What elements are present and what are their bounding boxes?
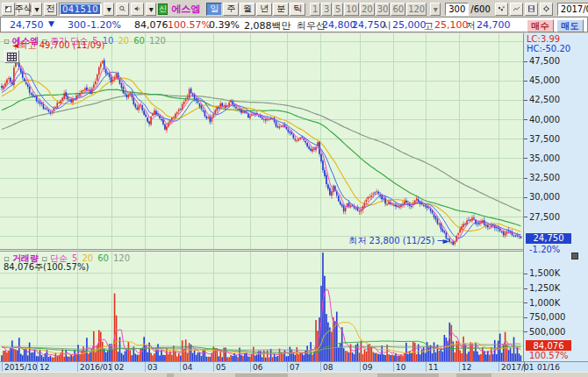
trendline-icon [513, 5, 520, 13]
code-dropdown-icon[interactable]: ▾ [104, 3, 114, 16]
window-icon[interactable] [2, 3, 15, 16]
dots-icon [498, 5, 505, 13]
continuous-query-button[interactable] [495, 3, 508, 16]
minute-button-120[interactable]: 120 [406, 3, 427, 16]
trendline-tool-button[interactable] [510, 3, 523, 16]
settings-button[interactable] [540, 3, 553, 16]
prev-label: 전 [47, 3, 55, 15]
price-tick-30000: 30,000 [524, 192, 560, 202]
period-button-주[interactable]: 주 [223, 3, 239, 16]
price-tick-42500: 42,500 [524, 95, 560, 104]
legend-marker-icon: ▫ [4, 36, 12, 46]
new-listing-badge: 신 [158, 4, 168, 15]
asset-type-label: 주식 [15, 3, 32, 15]
search-button[interactable] [116, 3, 129, 16]
high-label: 고 [424, 19, 434, 32]
minute-button-3[interactable]: 3 [321, 3, 332, 16]
volume-tick-750000: 750,000 [524, 312, 565, 322]
stock-code-input[interactable]: 041510 [59, 3, 102, 16]
minute-button-5[interactable]: 5 [333, 3, 343, 16]
quote-info-bar: 24,750 ▼ 300 -1.20% 84,076 100.57% 0.39%… [0, 17, 588, 32]
hc-value: HC:-50.20 [527, 44, 570, 53]
price-tick-32500: 32,500 [524, 173, 560, 182]
annotation-lowest: 최저 23,800 (11/25) ─► [302, 235, 449, 247]
volume-tick-1250000: 1,250K [524, 283, 560, 293]
period-button-년[interactable]: 년 [256, 3, 272, 16]
turnover-pct: 0.39% [209, 19, 240, 31]
current-price-pct: -1.20% [529, 245, 560, 254]
asset-type-select[interactable]: 주식 [17, 3, 30, 16]
volume-tick-1000000: 1,000K [524, 298, 560, 308]
minute-button-30[interactable]: 30 [376, 3, 391, 16]
volume-ratio: 100.57% [168, 19, 211, 31]
sell-button[interactable]: 매도 [556, 19, 584, 32]
stock-name: 에스엠 [169, 3, 202, 16]
chart-date-value: 2017/01/16 [561, 4, 588, 14]
open-label: 시 [382, 19, 391, 32]
asset-type-dropdown-icon[interactable]: ▾ [32, 3, 42, 16]
current-volume-tag: 84,076 [526, 340, 571, 351]
period-button-틱[interactable]: 틱 [290, 3, 305, 16]
minute-button-20[interactable]: 20 [360, 3, 375, 16]
minute-button-1[interactable]: 1 [310, 3, 320, 16]
chart-date-input[interactable]: 2017/01/16 [557, 3, 588, 16]
price-tick-45000: 45,000 [524, 75, 560, 85]
price-change-pct: -1.20% [87, 19, 121, 31]
prev-stock-button[interactable]: 전 [44, 3, 57, 16]
period-button-일[interactable]: 일 [206, 3, 222, 16]
stock-code-value: 041510 [61, 4, 100, 14]
sound-dropdown-icon[interactable]: ▾ [146, 3, 156, 16]
legend-ma-60: 60 [97, 253, 109, 263]
legend-ma-120: 120 [149, 36, 166, 46]
minute-button-60[interactable]: 60 [391, 3, 405, 16]
volume-tick-1500000: 1,500K [524, 268, 560, 278]
volume-summary: 84,076주(100.57%) [4, 261, 89, 274]
volume-tick-500000: 500,000 [524, 327, 565, 337]
open-price: 25,000 [392, 19, 427, 31]
trade-amount: 2,088백만 [244, 19, 291, 32]
period-button-월[interactable]: 월 [240, 3, 255, 16]
sound-button[interactable] [131, 3, 144, 16]
save-icon [528, 4, 534, 13]
bar-count-input[interactable]: 300 [445, 3, 469, 16]
price-tick-40000: 40,000 [524, 115, 560, 124]
minute-button-10[interactable]: 10 [344, 3, 359, 16]
minute-button-group: 13510203060120 [310, 3, 427, 16]
price-tick-27500: 27,500 [524, 212, 560, 222]
chart-window: 주식 ▾ 전 041510 ▾ ▾ 신 에스엠 일주월년분틱 135102030… [0, 0, 588, 377]
period-button-분[interactable]: 분 [273, 3, 289, 16]
price-chart[interactable] [0, 33, 523, 249]
legend-ma-120: 120 [113, 253, 130, 263]
price-tick-35000: 35,000 [524, 153, 560, 163]
minute-dropdown-icon: ▾ [430, 3, 441, 16]
best-bid: 24,750 [352, 19, 386, 31]
low-price: 24,700 [477, 19, 511, 31]
legend-ma-60: 60 [133, 36, 145, 46]
period-button-group: 일주월년분틱 [206, 3, 305, 16]
speaker-icon [134, 4, 140, 13]
top-toolbar: 주식 ▾ 전 041510 ▾ ▾ 신 에스엠 일주월년분틱 135102030… [0, 0, 588, 17]
bar-count-value: 300 [448, 4, 465, 14]
down-arrow-icon: ▼ [48, 19, 54, 28]
annotation-highest: ◄최고 49,700 (11/09) [12, 39, 105, 52]
bottom-toolbar-fragment [377, 373, 439, 377]
lc-value: LC:3.99 [527, 34, 560, 44]
best-ask: 24,800 [322, 19, 356, 31]
current-volume-pct: 100.57% [529, 351, 569, 360]
save-button[interactable] [525, 3, 538, 16]
bar-count-total: /600 [470, 4, 490, 14]
price-change: 300 [68, 19, 86, 31]
bottom-toolbar-fragment [167, 373, 174, 377]
chart-region: ▫ 에스엠 ▫ 종가 단순5102060120 ◄최고 49,700 (11/0… [0, 33, 588, 361]
grid-icon [7, 53, 17, 61]
volume-value: 84,076 [134, 19, 169, 31]
bottom-toolbar-fragment [456, 373, 491, 377]
date-axis[interactable]: 01/16 2015/10122016/01020304050607080910… [0, 361, 588, 372]
panel-resize-handle[interactable] [571, 253, 578, 260]
gear-icon [543, 4, 549, 13]
buy-button[interactable]: 매수 [527, 19, 554, 32]
price-tick-37500: 37,500 [524, 134, 560, 144]
price-axis[interactable]: LC:3.99 HC:-50.20 24,750 -1.20% 84,076 1… [523, 33, 588, 361]
bottom-toolbar-clipped [0, 372, 588, 377]
search-icon [119, 4, 125, 13]
